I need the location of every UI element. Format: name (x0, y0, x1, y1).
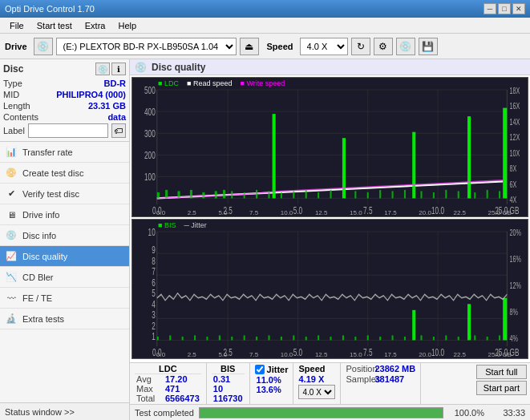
sidebar-item-verify-test-disc[interactable]: ✔ Verify test disc (0, 184, 129, 204)
menu-file[interactable]: File (3, 19, 30, 32)
svg-rect-45 (293, 191, 294, 198)
avg-ldc-value: 17.20 (165, 374, 188, 384)
label-label: Label (3, 126, 25, 135)
start-part-button[interactable]: Start part (476, 381, 527, 395)
svg-rect-56 (433, 192, 435, 199)
speed-value-row: 4.19 X (298, 374, 335, 384)
minimize-button[interactable]: ─ (483, 3, 496, 14)
svg-rect-59 (467, 116, 471, 198)
avg-bis-value: 0.31 (213, 374, 230, 384)
sidebar-item-transfer-rate[interactable]: 📊 Transfer rate (0, 142, 129, 163)
ldc-header: LDC (135, 364, 201, 374)
svg-rect-63 (503, 108, 507, 199)
disc-info-icon[interactable]: ℹ (111, 63, 126, 75)
progress-status: Test completed (135, 408, 194, 418)
start-full-button[interactable]: Start full (476, 365, 527, 379)
svg-rect-118 (458, 337, 459, 341)
chart2-legend: ■ BIS ─ Jitter (158, 221, 207, 229)
svg-text:10: 10 (148, 227, 156, 237)
start-buttons-group: Start full Start part (473, 363, 530, 404)
svg-rect-120 (474, 335, 475, 340)
refresh-button[interactable]: ↻ (351, 38, 370, 55)
svg-rect-112 (412, 310, 415, 341)
svg-rect-38 (273, 114, 276, 198)
sidebar-item-disc-quality[interactable]: 📈 Disc quality (0, 246, 129, 267)
speed-group: Speed 4.19 X 4.0 X (293, 363, 341, 404)
svg-text:5.0: 5.0 (293, 205, 303, 216)
svg-text:25.0 GB: 25.0 GB (495, 347, 519, 357)
progress-area: Test completed 100.0% 33:33 (130, 404, 530, 420)
speed-header: Speed (298, 364, 335, 374)
avg-jitter-value: 11.0% (257, 375, 281, 385)
sidebar-item-disc-info[interactable]: 💿 Disc info (0, 225, 129, 246)
disc-button[interactable]: 💿 (396, 38, 415, 55)
svg-rect-46 (305, 190, 307, 199)
transfer-rate-icon: 📊 (5, 146, 18, 159)
legend-read-speed: ■ Read speed (187, 79, 232, 87)
svg-text:3: 3 (152, 310, 156, 321)
stats-bottom: LDC Avg 17.20 Max 471 Total 6566473 BIS (130, 362, 530, 404)
disc-quality-icon: 📈 (5, 250, 18, 263)
sidebar-item-extra-tests[interactable]: 🔬 Extra tests (0, 309, 129, 329)
max-ldc-row: Max 471 (135, 384, 201, 394)
bis-header: BIS (212, 364, 245, 374)
save-button[interactable]: 💾 (419, 38, 438, 55)
window-controls: ─ □ ✕ (483, 3, 525, 14)
bis-chart-svg: 10 9 8 7 6 5 4 3 2 1 20% 16% 12% 8% 4% (132, 220, 528, 358)
contents-value: data (107, 112, 126, 122)
max-jitter-value: 13.6% (257, 385, 281, 394)
position-group: Position 23862 MB Samples 381487 (341, 363, 421, 404)
bis-chart: ■ BIS ─ Jitter (131, 219, 528, 359)
svg-rect-99 (231, 337, 233, 341)
svg-text:10.0: 10.0 (431, 205, 444, 216)
total-ldc-value: 6566473 (165, 394, 200, 403)
svg-rect-42 (256, 190, 257, 199)
label-input[interactable] (28, 123, 108, 138)
svg-text:7.5: 7.5 (363, 205, 373, 216)
svg-rect-55 (420, 191, 422, 198)
disc-header: Disc 💿 ℹ (3, 63, 126, 75)
drive-icon: 💿 (34, 38, 53, 55)
settings-button[interactable]: ⚙ (374, 38, 393, 55)
sidebar-item-cd-bler[interactable]: 📉 CD Bler (0, 267, 129, 288)
length-label: Length (3, 101, 30, 111)
label-set-button[interactable]: 🏷 (111, 123, 126, 138)
menu-help[interactable]: Help (111, 19, 143, 32)
nav-label: Disc info (22, 231, 56, 240)
nav-label: Create test disc (22, 168, 83, 178)
svg-rect-103 (281, 337, 282, 341)
mid-label: MID (3, 90, 19, 99)
menu-start-test[interactable]: Start test (30, 19, 79, 32)
ldc-stats-group: LDC Avg 17.20 Max 471 Total 6566473 (130, 363, 207, 404)
svg-rect-119 (467, 304, 471, 340)
speed-select[interactable]: 4.0 X (300, 38, 348, 55)
svg-text:20%: 20% (509, 228, 520, 237)
menu-extra[interactable]: Extra (79, 19, 112, 32)
svg-rect-53 (404, 190, 406, 199)
maximize-button[interactable]: □ (498, 3, 511, 14)
svg-rect-93 (157, 337, 159, 341)
svg-rect-108 (342, 335, 344, 340)
status-window[interactable]: Status window >> (0, 402, 129, 420)
legend-bis: ■ BIS (158, 221, 176, 229)
close-button[interactable]: ✕ (512, 3, 525, 14)
sidebar-item-fe-te[interactable]: 〰 FE / TE (0, 288, 129, 309)
svg-text:12%: 12% (509, 281, 520, 290)
sidebar-item-drive-info[interactable]: 🖥 Drive info (0, 204, 129, 225)
svg-text:10.0: 10.0 (431, 347, 444, 357)
legend-jitter: ─ Jitter (184, 221, 206, 229)
jitter-checkbox[interactable] (255, 365, 265, 374)
speed-select-dropdown[interactable]: 4.0 X (298, 385, 335, 399)
svg-rect-32 (165, 190, 168, 199)
svg-text:5: 5 (152, 289, 156, 299)
svg-text:7: 7 (152, 267, 156, 277)
sidebar-item-create-test-disc[interactable]: 📀 Create test disc (0, 163, 129, 184)
drive-label: Drive (5, 42, 27, 51)
nav-label: Disc quality (22, 252, 67, 261)
eject-button[interactable]: ⏏ (240, 38, 259, 55)
drive-select[interactable]: (E:) PLEXTOR BD-R PX-LB950SA 1.04 (56, 38, 237, 55)
disc-small-icon[interactable]: 💿 (95, 63, 110, 75)
nav-label: Drive info (22, 210, 59, 220)
svg-rect-113 (392, 335, 394, 340)
svg-text:25.0 GB: 25.0 GB (495, 205, 519, 216)
